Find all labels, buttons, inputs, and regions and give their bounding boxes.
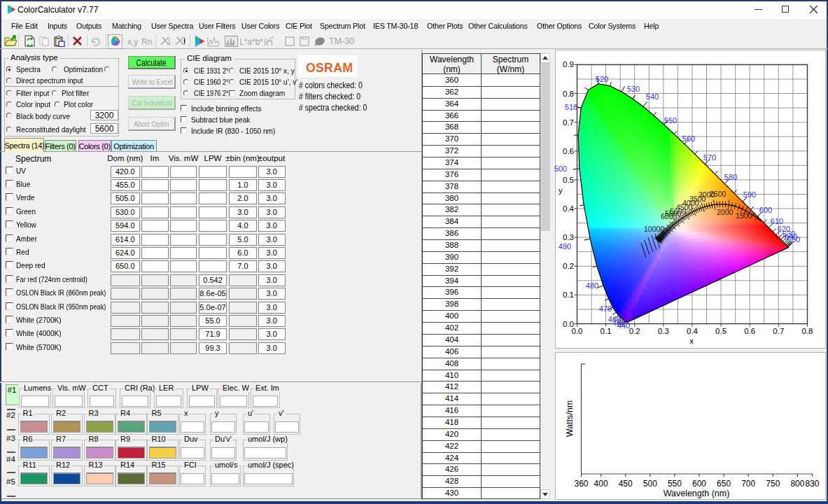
svg-text:500: 500 bbox=[554, 164, 567, 173]
svg-text:400: 400 bbox=[594, 479, 608, 489]
svg-text:480: 480 bbox=[586, 281, 598, 290]
svg-text:600: 600 bbox=[692, 479, 706, 489]
svg-text:0.5: 0.5 bbox=[563, 176, 574, 184]
svg-text:470: 470 bbox=[599, 304, 612, 313]
svg-text:590: 590 bbox=[743, 190, 756, 199]
svg-text:580: 580 bbox=[724, 173, 737, 181]
svg-text:0.3: 0.3 bbox=[658, 327, 669, 335]
svg-text:0.0: 0.0 bbox=[563, 320, 574, 328]
svg-text:600: 600 bbox=[759, 206, 772, 214]
svg-text:0.4: 0.4 bbox=[563, 204, 575, 213]
svg-text:x: x bbox=[689, 337, 694, 345]
svg-text:0.1: 0.1 bbox=[563, 290, 574, 299]
svg-text:520: 520 bbox=[596, 75, 608, 83]
svg-text:Watts/nm: Watts/nm bbox=[565, 400, 575, 437]
svg-text:550: 550 bbox=[664, 116, 677, 125]
svg-text:y: y bbox=[559, 186, 563, 195]
svg-text:0.2: 0.2 bbox=[629, 327, 640, 335]
svg-text:0.7: 0.7 bbox=[773, 327, 784, 335]
svg-text:450: 450 bbox=[619, 479, 633, 489]
svg-text:700: 700 bbox=[741, 479, 755, 489]
svg-text:10000: 10000 bbox=[644, 225, 664, 233]
svg-text:830: 830 bbox=[805, 479, 819, 489]
svg-text:570: 570 bbox=[703, 153, 716, 162]
svg-text:0.0: 0.0 bbox=[572, 327, 583, 335]
svg-text:560: 560 bbox=[682, 134, 695, 143]
svg-text:1500: 1500 bbox=[736, 211, 752, 220]
svg-text:490: 490 bbox=[559, 242, 571, 251]
svg-text:Wavelength (nm): Wavelength (nm) bbox=[664, 489, 730, 498]
svg-text:650: 650 bbox=[787, 235, 800, 244]
svg-text:0.4: 0.4 bbox=[687, 327, 699, 335]
svg-text:510: 510 bbox=[565, 103, 577, 111]
svg-text:650: 650 bbox=[717, 479, 731, 489]
svg-text:750: 750 bbox=[766, 479, 780, 489]
svg-text:0.6: 0.6 bbox=[744, 327, 755, 335]
svg-text:0.1: 0.1 bbox=[601, 327, 612, 335]
svg-text:2000: 2000 bbox=[717, 208, 734, 216]
svg-text:540: 540 bbox=[646, 92, 659, 101]
svg-text:360: 360 bbox=[574, 479, 588, 489]
svg-text:0.2: 0.2 bbox=[563, 262, 574, 270]
svg-text:0.7: 0.7 bbox=[563, 118, 574, 127]
svg-text:440: 440 bbox=[617, 321, 630, 330]
svg-text:0.9: 0.9 bbox=[563, 60, 574, 69]
svg-text:0.6: 0.6 bbox=[563, 147, 574, 155]
svg-text:2500: 2500 bbox=[710, 190, 727, 198]
svg-text:0.5: 0.5 bbox=[715, 327, 727, 335]
svg-text:500: 500 bbox=[643, 479, 657, 489]
svg-text:0.3: 0.3 bbox=[563, 233, 574, 241]
svg-text:530: 530 bbox=[627, 85, 640, 93]
svg-text:0.8: 0.8 bbox=[563, 90, 574, 98]
svg-text:800: 800 bbox=[790, 479, 804, 489]
svg-text:550: 550 bbox=[668, 479, 682, 489]
svg-text:0.8: 0.8 bbox=[802, 327, 813, 335]
